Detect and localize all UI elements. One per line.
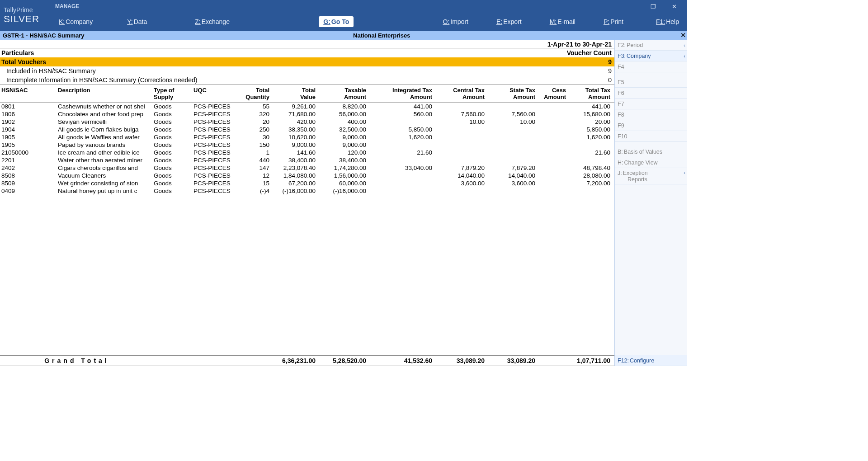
table-row[interactable]: 1806Chocolates and other food prepGoodsP…: [0, 110, 614, 118]
total-vouchers-label: Total Vouchers: [1, 58, 46, 66]
cell-val: 38,350.00: [269, 126, 316, 133]
cell-hsn: 0409: [0, 188, 58, 194]
side-exception-reports[interactable]: J:ExceptionReports ‹: [615, 168, 687, 184]
table-row[interactable]: 2201Water other than aerated minerGoodsP…: [0, 156, 614, 164]
col-cgst: Central Tax: [453, 87, 485, 94]
menu-help[interactable]: F1:Help: [652, 13, 683, 31]
cell-hsn: 1806: [0, 111, 58, 118]
table-row[interactable]: 1905All goods ie Waffles and waferGoodsP…: [0, 133, 614, 141]
menu-import[interactable]: O:Import: [439, 13, 472, 31]
table-row[interactable]: 1905Papad by various brandsGoodsPCS-PIEC…: [0, 141, 614, 149]
maximize-icon[interactable]: ❐: [643, 0, 664, 13]
table-row[interactable]: 21050000Ice cream and other edible iceGo…: [0, 149, 614, 156]
minimize-icon[interactable]: —: [622, 0, 643, 13]
table-row[interactable]: 2402Cigars cheroots cigarillos andGoodsP…: [0, 164, 614, 172]
cell-val: 38,400.00: [269, 157, 316, 164]
cell-sgst: [485, 103, 535, 110]
menu-print[interactable]: P:Print: [600, 13, 627, 31]
cell-type: Goods: [154, 180, 193, 187]
table-row[interactable]: 0801Cashewnuts whether or not shelGoodsP…: [0, 103, 614, 110]
cell-cgst: [432, 126, 485, 133]
cell-val: 141.60: [269, 149, 316, 156]
cell-uqc: PCS-PIECES: [193, 118, 237, 125]
cell-desc: Vacuum Cleaners: [58, 172, 154, 179]
side-f5[interactable]: F5: [615, 77, 687, 88]
cell-cgst: [432, 103, 485, 110]
cell-type: Goods: [154, 149, 193, 156]
cell-sgst: [485, 126, 535, 133]
cell-hsn: 0801: [0, 103, 58, 110]
cell-desc: Natural honey put up in unit c: [58, 188, 154, 194]
menu-exchange[interactable]: Z:Exchange: [191, 13, 233, 31]
cell-qty: 320: [237, 111, 269, 118]
side-f7[interactable]: F7: [615, 99, 687, 109]
app-logo: TallyPrime SILVER: [0, 0, 49, 31]
side-f3-company[interactable]: F3:Company‹: [615, 51, 687, 61]
table-row[interactable]: 1902Seviyan vermicelliGoodsPCS-PIECES204…: [0, 118, 614, 126]
table-row[interactable]: 0409Natural honey put up in unit cGoodsP…: [0, 187, 614, 195]
included-label: Included in HSN/SAC Summary: [6, 67, 96, 75]
report-close-icon[interactable]: ✕: [679, 31, 687, 39]
cell-cgst: 7,560.00: [432, 111, 485, 118]
menu-data[interactable]: Y:Data: [123, 13, 151, 31]
cell-type: Goods: [154, 172, 193, 179]
cell-tax: 1,74,280.00: [316, 165, 366, 171]
manage-label[interactable]: MANAGE: [55, 3, 79, 9]
cell-igst: [366, 157, 432, 164]
cell-cess: [535, 103, 566, 110]
cell-tot: 21.60: [566, 149, 613, 156]
cell-qty: 150: [237, 141, 269, 148]
cell-tax: 56,000.00: [316, 111, 366, 118]
col-cess: Cess: [552, 87, 566, 94]
side-f8[interactable]: F8: [615, 109, 687, 120]
incomplete-row[interactable]: Incomplete Information in HSN/SAC Summar…: [0, 75, 614, 85]
cell-desc: All goods ie Corn flakes bulga: [58, 126, 154, 133]
cell-type: Goods: [154, 141, 193, 148]
col-total-tax: Total Tax: [585, 87, 610, 94]
cell-cess: [535, 172, 566, 179]
cell-cess: [535, 165, 566, 171]
menu-email[interactable]: M:E-mail: [546, 13, 579, 31]
titlebar: TallyPrime SILVER MANAGE — ❐ ✕ K:Company…: [0, 0, 687, 31]
cell-cess: [535, 126, 566, 133]
cell-igst: [366, 188, 432, 194]
side-f9[interactable]: F9: [615, 120, 687, 131]
cell-uqc: PCS-PIECES: [193, 188, 237, 194]
cell-cess: [535, 157, 566, 164]
col-qty: Total: [256, 87, 269, 94]
side-f2-period[interactable]: F2:Period‹: [615, 40, 687, 51]
side-f10[interactable]: F10: [615, 131, 687, 142]
menu-goto[interactable]: G:Go To: [319, 16, 354, 27]
cell-type: Goods: [154, 103, 193, 110]
side-f12-configure[interactable]: F12:Configure: [615, 355, 687, 366]
cell-igst: 21.60: [366, 149, 432, 156]
cell-qty: 12: [237, 172, 269, 179]
side-basis-values[interactable]: B:Basis of Values: [615, 146, 687, 157]
table-row[interactable]: 1904All goods ie Corn flakes bulgaGoodsP…: [0, 126, 614, 133]
included-value: 9: [608, 67, 612, 75]
close-icon[interactable]: ✕: [664, 0, 684, 13]
cell-tot: 15,680.00: [566, 111, 613, 118]
cell-uqc: PCS-PIECES: [193, 165, 237, 171]
menu-company[interactable]: K:Company: [55, 13, 96, 31]
total-vouchers-value: 9: [608, 58, 612, 66]
included-row[interactable]: Included in HSN/SAC Summary 9: [0, 66, 614, 75]
total-vouchers-row[interactable]: Total Vouchers 9: [0, 57, 614, 66]
cell-tax: 1,56,000.00: [316, 172, 366, 179]
table-row[interactable]: 8509Wet grinder consisting of stonGoodsP…: [0, 179, 614, 187]
cell-desc: Cashewnuts whether or not shel: [58, 103, 154, 110]
cell-sgst: 3,600.00: [485, 180, 535, 187]
cell-sgst: [485, 134, 535, 141]
cell-val: 71,680.00: [269, 111, 316, 118]
cell-val: 9,261.00: [269, 103, 316, 110]
side-f4[interactable]: F4: [615, 61, 687, 72]
cell-uqc: PCS-PIECES: [193, 111, 237, 118]
col-hsn: HSN/SAC: [1, 87, 28, 94]
cell-tax: 38,400.00: [316, 157, 366, 164]
col-type: Type of: [154, 87, 174, 94]
side-change-view[interactable]: H:Change View: [615, 157, 687, 168]
side-f6[interactable]: F6: [615, 88, 687, 99]
cell-cgst: 7,879.20: [432, 165, 485, 171]
table-row[interactable]: 8508Vacuum CleanersGoodsPCS-PIECES121,84…: [0, 172, 614, 179]
menu-export[interactable]: E:Export: [493, 13, 525, 31]
